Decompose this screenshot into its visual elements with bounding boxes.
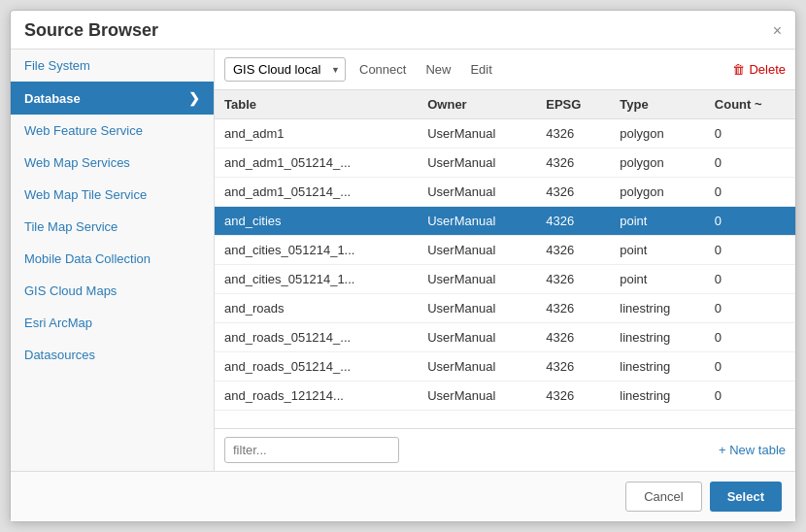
dialog-header: Source Browser × xyxy=(11,11,795,50)
cell-owner: UserManual xyxy=(418,207,536,236)
cell-epsg: 4326 xyxy=(536,236,610,265)
cell-epsg: 4326 xyxy=(536,119,610,149)
table-row[interactable]: and_cities_051214_1...UserManual4326poin… xyxy=(215,236,795,265)
cell-table: and_roads_051214_... xyxy=(215,352,418,382)
col-header-count: Count ~ xyxy=(705,90,795,119)
cell-owner: UserManual xyxy=(418,236,536,265)
cancel-button[interactable]: Cancel xyxy=(625,482,701,512)
cell-epsg: 4326 xyxy=(536,265,610,294)
dialog-title: Source Browser xyxy=(24,20,158,41)
cell-table: and_adm1_051214_... xyxy=(215,178,418,207)
cell-count: 0 xyxy=(705,178,795,207)
table-row[interactable]: and_citiesUserManual4326point0 xyxy=(215,207,795,236)
cell-owner: UserManual xyxy=(418,352,536,382)
cell-owner: UserManual xyxy=(418,294,536,323)
cell-count: 0 xyxy=(705,265,795,294)
cell-type: polygon xyxy=(610,178,705,207)
cell-type: point xyxy=(610,265,705,294)
source-browser-dialog: Source Browser × File SystemDatabase❯Web… xyxy=(10,10,796,522)
table-row[interactable]: and_roads_051214_...UserManual4326linest… xyxy=(215,323,795,352)
sidebar-item-label: Tile Map Service xyxy=(24,219,118,234)
close-button[interactable]: × xyxy=(773,23,782,39)
table-row[interactable]: and_roads_121214...UserManual4326linestr… xyxy=(215,382,795,411)
dialog-body: File SystemDatabase❯Web Feature ServiceW… xyxy=(11,50,795,471)
cell-count: 0 xyxy=(705,207,795,236)
table-body: and_adm1UserManual4326polygon0and_adm1_0… xyxy=(215,119,795,411)
cell-table: and_cities_051214_1... xyxy=(215,236,418,265)
sidebar: File SystemDatabase❯Web Feature ServiceW… xyxy=(11,50,215,471)
data-table: TableOwnerEPSGTypeCount ~ and_adm1UserMa… xyxy=(215,90,795,411)
cell-count: 0 xyxy=(705,382,795,411)
cell-table: and_adm1 xyxy=(215,119,418,149)
main-content: GIS Cloud localLocalRemote Connect New E… xyxy=(215,50,795,471)
connect-button[interactable]: Connect xyxy=(353,58,412,81)
cell-epsg: 4326 xyxy=(536,352,610,382)
cell-table: and_roads_051214_... xyxy=(215,323,418,352)
connection-dropdown[interactable]: GIS Cloud localLocalRemote xyxy=(224,57,346,82)
sidebar-item-database[interactable]: Database❯ xyxy=(11,82,214,115)
sidebar-item-web-map-services[interactable]: Web Map Services xyxy=(11,147,214,179)
cell-count: 0 xyxy=(705,352,795,382)
cell-table: and_roads xyxy=(215,294,418,323)
sidebar-item-esri-arcmap[interactable]: Esri ArcMap xyxy=(11,307,214,339)
cell-type: point xyxy=(610,207,705,236)
new-table-button[interactable]: + New table xyxy=(719,443,786,457)
table-row[interactable]: and_adm1_051214_...UserManual4326polygon… xyxy=(215,178,795,207)
cell-table: and_cities xyxy=(215,207,418,236)
sidebar-item-gis-cloud-maps[interactable]: GIS Cloud Maps xyxy=(11,275,214,307)
cell-epsg: 4326 xyxy=(536,178,610,207)
cell-owner: UserManual xyxy=(418,178,536,207)
sidebar-item-datasources[interactable]: Datasources xyxy=(11,339,214,371)
cell-count: 0 xyxy=(705,149,795,178)
col-header-epsg: EPSG xyxy=(536,90,610,119)
cell-table: and_cities_051214_1... xyxy=(215,265,418,294)
toolbar: GIS Cloud localLocalRemote Connect New E… xyxy=(215,50,795,90)
cell-owner: UserManual xyxy=(418,323,536,352)
cell-owner: UserManual xyxy=(418,265,536,294)
sidebar-item-mobile-data-collection[interactable]: Mobile Data Collection xyxy=(11,243,214,275)
cell-table: and_roads_121214... xyxy=(215,382,418,411)
cell-type: polygon xyxy=(610,149,705,178)
dialog-footer: Cancel Select xyxy=(11,471,795,521)
col-header-type: Type xyxy=(610,90,705,119)
cell-owner: UserManual xyxy=(418,149,536,178)
edit-button[interactable]: Edit xyxy=(464,58,497,81)
table-wrapper: TableOwnerEPSGTypeCount ~ and_adm1UserMa… xyxy=(215,90,795,428)
cell-count: 0 xyxy=(705,323,795,352)
cell-epsg: 4326 xyxy=(536,149,610,178)
connection-dropdown-wrapper: GIS Cloud localLocalRemote xyxy=(224,57,346,82)
new-button[interactable]: New xyxy=(420,58,456,81)
sidebar-item-label: File System xyxy=(24,58,90,73)
cell-count: 0 xyxy=(705,236,795,265)
table-footer: + New table xyxy=(215,428,795,471)
sidebar-item-web-feature-service[interactable]: Web Feature Service xyxy=(11,115,214,147)
chevron-right-icon: ❯ xyxy=(188,90,200,106)
sidebar-item-label: Web Feature Service xyxy=(24,123,143,138)
table-row[interactable]: and_cities_051214_1...UserManual4326poin… xyxy=(215,265,795,294)
sidebar-item-tile-map-service[interactable]: Tile Map Service xyxy=(11,211,214,243)
sidebar-item-label: Esri ArcMap xyxy=(24,316,92,330)
table-header-row: TableOwnerEPSGTypeCount ~ xyxy=(215,90,795,119)
sidebar-item-web-map-tile-service[interactable]: Web Map Tile Service xyxy=(11,179,214,211)
filter-input[interactable] xyxy=(224,437,399,463)
sidebar-item-file-system[interactable]: File System xyxy=(11,50,214,82)
select-button[interactable]: Select xyxy=(710,482,782,512)
cell-type: point xyxy=(610,236,705,265)
cell-type: linestring xyxy=(610,323,705,352)
table-row[interactable]: and_roads_051214_...UserManual4326linest… xyxy=(215,352,795,382)
table-row[interactable]: and_adm1_051214_...UserManual4326polygon… xyxy=(215,149,795,178)
sidebar-item-label: Datasources xyxy=(24,348,95,362)
cell-count: 0 xyxy=(705,119,795,149)
cell-type: polygon xyxy=(610,119,705,149)
cell-epsg: 4326 xyxy=(536,323,610,352)
table-row[interactable]: and_roadsUserManual4326linestring0 xyxy=(215,294,795,323)
delete-button[interactable]: 🗑 Delete xyxy=(732,62,786,77)
col-header-owner: Owner xyxy=(418,90,536,119)
cell-table: and_adm1_051214_... xyxy=(215,149,418,178)
sidebar-item-label: GIS Cloud Maps xyxy=(24,283,117,298)
sidebar-item-label: Mobile Data Collection xyxy=(24,251,151,266)
cell-type: linestring xyxy=(610,382,705,411)
table-row[interactable]: and_adm1UserManual4326polygon0 xyxy=(215,119,795,149)
trash-icon: 🗑 xyxy=(732,62,745,77)
cell-count: 0 xyxy=(705,294,795,323)
